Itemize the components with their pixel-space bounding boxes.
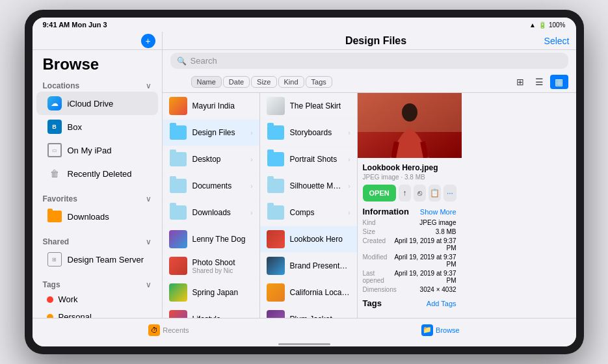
sidebar-label-personal: Personal <box>59 312 92 318</box>
file-name: Silhouette Moods <box>290 181 343 190</box>
file-thumbnail <box>267 97 285 115</box>
recents-tab[interactable]: ⏱ Recents <box>148 324 189 336</box>
work-tag-dot <box>47 296 53 303</box>
sidebar-label-downloads: Downloads <box>68 212 109 222</box>
file-thumbnail <box>267 283 285 302</box>
created-label: Created <box>363 237 386 252</box>
sidebar-item-personal[interactable]: Personal <box>36 308 158 318</box>
list-item[interactable]: California Location <box>260 280 357 306</box>
ipad-device-icon: ▭ <box>47 142 62 158</box>
list-item[interactable]: Lookbook Hero <box>260 226 357 253</box>
file-thumbnail <box>169 257 187 275</box>
list-item[interactable]: The Pleat Skirt <box>260 93 357 120</box>
kind-label: Kind <box>363 219 376 226</box>
dimensions-label: Dimensions <box>363 286 397 293</box>
modified-value: April 19, 2019 at 9:37 PM <box>391 254 456 268</box>
sidebar-section-favorites: Favorites ∨ Downloads <box>33 189 162 232</box>
last-opened-label: Last opened <box>363 270 393 284</box>
list-item[interactable]: Storyboards › <box>260 120 357 146</box>
file-thumbnail <box>267 257 285 275</box>
list-item[interactable]: Portrait Shots › <box>260 146 357 173</box>
file-column-1: Mayuri India Design Files › <box>163 93 260 318</box>
sidebar-item-box[interactable]: B Box <box>36 115 158 138</box>
select-button[interactable]: Select <box>544 36 570 46</box>
copy-button[interactable]: 📋 <box>429 185 441 202</box>
sidebar-section-shared: Shared ∨ ⊞ Design Team Server <box>33 232 162 275</box>
home-bar-indicator <box>278 343 330 345</box>
sort-date[interactable]: Date <box>223 76 250 88</box>
file-name: Downloads <box>192 208 246 217</box>
browse-tab[interactable]: 📁 Browse <box>421 324 460 336</box>
sort-kind[interactable]: Kind <box>278 76 304 88</box>
favorites-chevron-icon: ∨ <box>146 194 152 203</box>
kind-value: JPEG image <box>419 219 456 226</box>
sort-tags[interactable]: Tags <box>306 76 332 88</box>
sidebar-section-locations: Locations ∨ ☁ iCloud Drive B Box <box>33 76 162 189</box>
list-item[interactable]: Desktop › <box>163 146 259 173</box>
shared-chevron-icon: ∨ <box>146 237 152 246</box>
folder-icon <box>169 124 187 142</box>
share-button[interactable]: ⎋ <box>414 185 426 202</box>
file-name: Desktop <box>192 155 246 164</box>
info-created-row: Created April 19, 2019 at 9:37 PM <box>363 237 456 252</box>
trash-icon: 🗑 <box>47 166 62 181</box>
list-item[interactable]: Lenny The Dog <box>163 226 259 253</box>
chevron-right-icon: › <box>348 156 350 163</box>
tags-chevron-icon: ∨ <box>146 280 152 289</box>
ipad-screen: 9:41 AM Mon Jun 3 ▲ 🔋 100% + Browse <box>33 18 576 346</box>
file-name: California Location <box>290 288 350 297</box>
list-item[interactable]: Brand Presentation <box>260 253 357 280</box>
file-name: Lenny The Dog <box>192 235 253 244</box>
information-section-header: Information Show More <box>363 207 456 216</box>
sidebar-item-icloud-drive[interactable]: ☁ iCloud Drive <box>36 92 158 115</box>
size-label: Size <box>363 228 375 235</box>
sidebar-top-header: + <box>33 32 162 50</box>
file-column-2: The Pleat Skirt Storyboards › <box>260 93 358 318</box>
list-item[interactable]: Photo Shoot Shared by Nic <box>163 253 259 280</box>
list-item[interactable]: Comps › <box>260 200 357 226</box>
info-last-opened-row: Last opened April 19, 2019 at 9:37 PM <box>363 270 456 284</box>
tags-header: Tags ∨ <box>33 279 162 291</box>
size-value: 3.8 MB <box>436 228 456 235</box>
file-info: Design Files <box>192 128 246 137</box>
sort-size[interactable]: Size <box>251 76 276 88</box>
list-view-button[interactable]: ☰ <box>531 75 549 89</box>
file-subtitle: Shared by Nic <box>192 267 253 274</box>
list-item[interactable]: Lifestyle <box>163 306 259 318</box>
battery-percent: 100% <box>549 21 566 29</box>
sidebar-item-design-team-server[interactable]: ⊞ Design Team Server <box>36 248 158 271</box>
add-tags-button[interactable]: Add Tags <box>427 300 456 307</box>
file-info: Photo Shoot Shared by Nic <box>192 258 253 274</box>
detail-actions: OPEN ↑ ⎋ 📋 ··· <box>363 185 456 202</box>
detail-filetype: JPEG image · 3.8 MB <box>363 174 456 181</box>
show-more-button[interactable]: Show More <box>420 208 456 216</box>
grid-view-button[interactable]: ⊞ <box>511 75 529 89</box>
file-name: Documents <box>192 181 246 190</box>
sidebar-item-recently-deleted[interactable]: 🗑 Recently Deleted <box>36 162 158 185</box>
column-view-button[interactable]: ▦ <box>550 75 568 89</box>
sidebar-item-work[interactable]: Work <box>36 291 158 308</box>
upload-button[interactable]: ↑ <box>399 185 411 202</box>
detail-panel: Lookbook Hero.jpeg JPEG image · 3.8 MB O… <box>358 93 462 318</box>
list-item[interactable]: Spring Japan <box>163 280 259 306</box>
open-button[interactable]: OPEN <box>363 185 396 202</box>
file-name: The Pleat Skirt <box>290 101 350 110</box>
more-button[interactable]: ··· <box>443 185 456 202</box>
list-item[interactable]: Silhouette Moods › <box>260 173 357 200</box>
list-item[interactable]: Downloads › <box>163 200 259 226</box>
sort-name[interactable]: Name <box>191 76 222 88</box>
wifi-icon: ▲ <box>529 21 536 29</box>
search-input-wrap[interactable]: 🔍 Search <box>170 53 568 69</box>
list-item[interactable]: Design Files › <box>163 120 259 146</box>
sidebar-item-downloads[interactable]: Downloads <box>36 205 158 228</box>
file-thumbnail <box>267 310 285 318</box>
list-item[interactable]: Mayuri India <box>163 93 259 120</box>
list-item[interactable]: Documents › <box>163 173 259 200</box>
file-name: Comps <box>290 208 343 217</box>
sidebar-add-button[interactable]: + <box>141 34 155 48</box>
dimensions-value: 3024 × 4032 <box>420 286 456 293</box>
sidebar-item-on-my-ipad[interactable]: ▭ On My iPad <box>36 138 158 162</box>
list-item[interactable]: Plum Jacket <box>260 306 357 318</box>
file-name: Portrait Shots <box>290 155 343 164</box>
modified-label: Modified <box>363 254 388 268</box>
